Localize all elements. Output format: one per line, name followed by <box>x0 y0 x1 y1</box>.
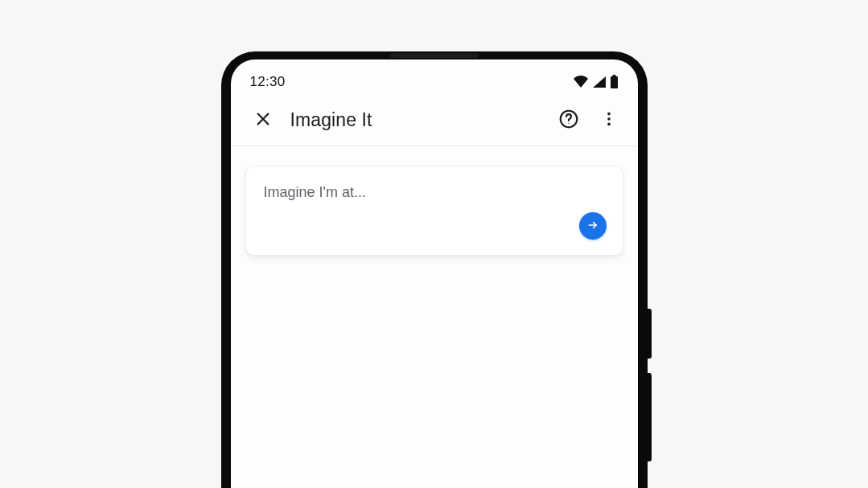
svg-rect-0 <box>611 76 618 88</box>
help-button[interactable] <box>551 103 586 138</box>
prompt-actions <box>264 212 607 240</box>
phone-side-button <box>648 309 652 359</box>
app-bar: Imagine It <box>231 95 638 146</box>
status-icons <box>573 75 619 89</box>
more-vertical-icon <box>600 110 618 130</box>
app-title: Imagine It <box>290 109 372 131</box>
help-circle-icon <box>558 109 579 132</box>
prompt-card <box>245 166 623 256</box>
close-button[interactable] <box>245 103 281 138</box>
battery-icon <box>610 75 619 89</box>
prompt-input[interactable] <box>264 184 607 201</box>
status-bar: 12:30 <box>231 59 638 95</box>
more-options-button[interactable] <box>591 103 627 138</box>
wifi-icon <box>573 76 589 88</box>
phone-device-frame: 12:30 Imagine It <box>221 51 648 488</box>
arrow-right-icon <box>587 219 599 233</box>
phone-screen: 12:30 Imagine It <box>231 59 638 488</box>
phone-side-button <box>648 373 652 461</box>
content-area <box>231 146 638 488</box>
svg-rect-1 <box>612 75 615 77</box>
submit-button[interactable] <box>579 212 607 240</box>
status-time: 12:30 <box>250 74 286 90</box>
svg-point-5 <box>568 123 569 124</box>
svg-point-7 <box>607 117 611 121</box>
cellular-signal-icon <box>592 76 607 88</box>
svg-point-8 <box>607 123 611 126</box>
svg-point-6 <box>607 113 611 116</box>
close-icon <box>254 110 272 130</box>
